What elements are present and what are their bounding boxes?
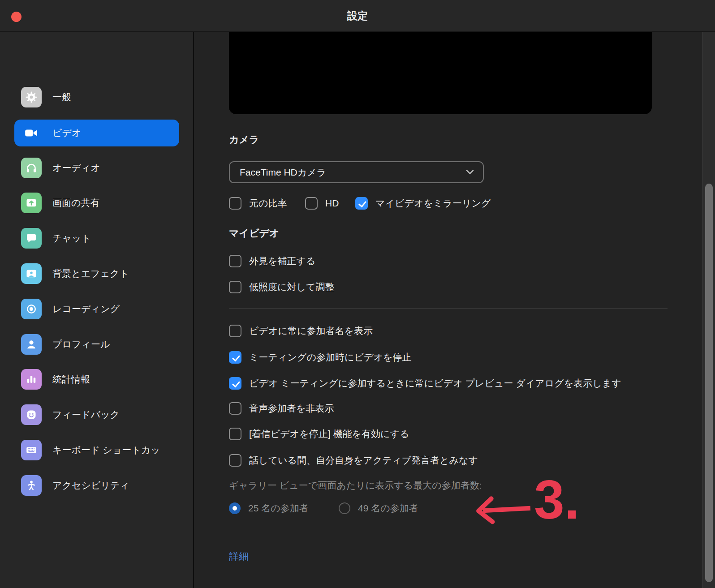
- checkbox-checked[interactable]: [229, 377, 241, 390]
- gallery-view-label: ギャラリー ビューで画面あたりに表示する最大の参加者数:: [229, 479, 482, 492]
- keyboard-icon: [21, 440, 42, 460]
- checkbox-unchecked[interactable]: [229, 281, 241, 293]
- sidebar-item-label: 統計情報: [52, 373, 90, 386]
- chevron-down-icon: [466, 168, 474, 176]
- option-always-show-names[interactable]: ビデオに常に参加者名を表示: [229, 324, 373, 338]
- sidebar-item-label: プロフィール: [52, 338, 110, 351]
- camera-option-mirror-video[interactable]: マイビデオをミラーリング: [355, 197, 491, 210]
- radio-unselected[interactable]: [339, 502, 350, 514]
- section-divider: [229, 308, 668, 309]
- sidebar-item-label: アクセシビリティ: [52, 479, 129, 492]
- red-left-arrow-annotation: [470, 491, 535, 528]
- sidebar-item-video[interactable]: ビデオ: [14, 120, 179, 146]
- camera-option-original-ratio[interactable]: 元の比率: [229, 197, 287, 210]
- scrollbar-track[interactable]: [702, 32, 715, 588]
- checkbox-unchecked[interactable]: [229, 255, 241, 267]
- bar-chart-icon: [21, 369, 42, 390]
- camera-preview: [229, 32, 652, 114]
- sidebar-item-label: 一般: [52, 91, 71, 103]
- radio-49-participants[interactable]: 49 名の参加者: [339, 502, 418, 515]
- sidebar-item-label: オーディオ: [52, 162, 100, 174]
- sidebar-item-recording[interactable]: レコーディング: [14, 296, 179, 322]
- checkbox-unchecked[interactable]: [229, 325, 241, 337]
- profile-icon: [21, 334, 42, 355]
- sidebar-item-label: 画面の共有: [52, 197, 100, 209]
- advanced-link[interactable]: 詳細: [229, 550, 249, 563]
- smiley-icon: [21, 404, 42, 425]
- sidebar-item-statistics[interactable]: 統計情報: [14, 366, 179, 393]
- checkbox-unchecked[interactable]: [229, 402, 241, 415]
- scrollbar-thumb[interactable]: [705, 184, 713, 582]
- sidebar-item-label: チャット: [52, 232, 91, 245]
- record-icon: [21, 299, 42, 319]
- sidebar-item-screen-share[interactable]: 画面の共有: [14, 189, 179, 216]
- sidebar-item-label: レコーディング: [52, 303, 120, 315]
- step-number-annotation: 3.: [534, 472, 580, 527]
- screen-share-icon: [21, 193, 42, 213]
- checkbox-checked[interactable]: [229, 351, 241, 364]
- sidebar-item-accessibility[interactable]: アクセシビリティ: [14, 472, 179, 499]
- checkbox-checked[interactable]: [355, 197, 368, 210]
- sidebar-item-label: キーボード ショートカッ: [52, 444, 160, 456]
- accessibility-icon: [21, 475, 42, 496]
- window-title: 設定: [0, 0, 715, 31]
- video-camera-icon: [21, 123, 42, 143]
- background-effects-icon: [21, 263, 42, 284]
- option-touch-up-appearance[interactable]: 外見を補正する: [229, 254, 315, 268]
- headphones-icon: [21, 158, 42, 178]
- option-hide-non-video-participants[interactable]: 音声参加者を非表示: [229, 402, 334, 415]
- sidebar-item-general[interactable]: 一般: [14, 84, 179, 111]
- radio-selected[interactable]: [229, 502, 241, 514]
- title-bar: 設定: [0, 0, 715, 32]
- sidebar-item-audio[interactable]: オーディオ: [14, 155, 179, 181]
- checkbox-unchecked[interactable]: [229, 454, 241, 467]
- sidebar-item-keyboard-shortcuts[interactable]: キーボード ショートカッ: [14, 437, 179, 464]
- option-stop-video-on-join[interactable]: ミーティングの参加時にビデオを停止: [229, 351, 411, 364]
- checkbox-unchecked[interactable]: [229, 197, 241, 210]
- chat-bubble-icon: [21, 228, 42, 249]
- option-stop-incoming-video[interactable]: [着信ビデオを停止] 機能を有効にする: [229, 427, 409, 441]
- checkbox-unchecked[interactable]: [305, 197, 318, 210]
- option-spotlight-when-speaking[interactable]: 話している間、自分自身をアクティブ発言者とみなす: [229, 454, 478, 467]
- sidebar-item-chat[interactable]: チャット: [14, 225, 179, 252]
- camera-section-heading: カメラ: [229, 133, 259, 146]
- camera-device-value: FaceTime HDカメラ: [240, 166, 326, 179]
- sidebar-item-feedback[interactable]: フィードバック: [14, 401, 179, 428]
- sidebar-item-label: ビデオ: [52, 127, 81, 139]
- gear-icon: [21, 87, 42, 107]
- settings-sidebar: 一般 ビデオ オーディオ 画面の共有: [0, 32, 194, 588]
- checkbox-unchecked[interactable]: [229, 428, 241, 440]
- option-video-preview-dialog[interactable]: ビデオ ミーティングに参加するときに常にビデオ プレビュー ダイアログを表示しま…: [229, 377, 621, 390]
- sidebar-item-background-effects[interactable]: 背景とエフェクト: [14, 260, 179, 287]
- camera-device-dropdown[interactable]: FaceTime HDカメラ: [229, 161, 484, 183]
- option-adjust-low-light[interactable]: 低照度に対して調整: [229, 280, 334, 294]
- camera-option-hd[interactable]: HD: [305, 197, 339, 210]
- my-video-section-heading: マイビデオ: [229, 227, 280, 240]
- sidebar-item-profile[interactable]: プロフィール: [14, 331, 179, 358]
- sidebar-item-label: 背景とエフェクト: [52, 267, 129, 280]
- radio-25-participants[interactable]: 25 名の参加者: [229, 502, 309, 515]
- sidebar-item-label: フィードバック: [52, 408, 120, 421]
